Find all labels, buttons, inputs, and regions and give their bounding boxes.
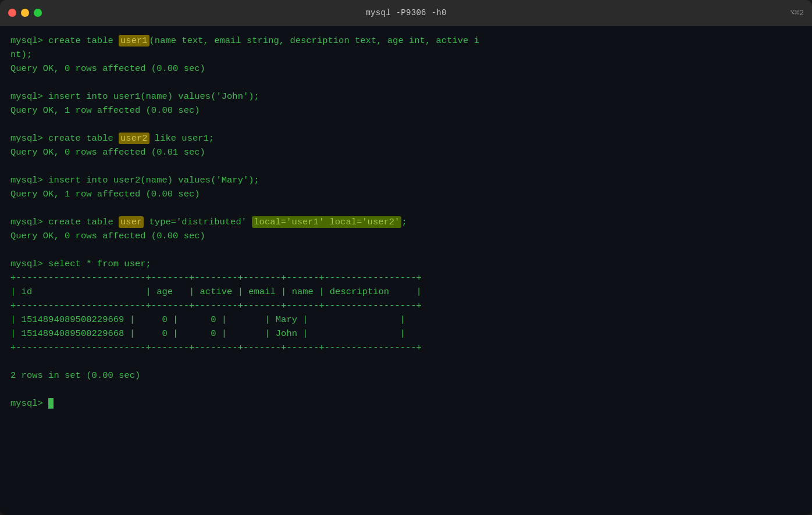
minimize-button[interactable] <box>21 9 29 17</box>
window-title: mysql -P9306 -h0 <box>365 8 446 17</box>
terminal-prompt-line: mysql> <box>10 396 802 410</box>
terminal-line: Query OK, 1 row affected (0.00 sec) <box>10 187 802 201</box>
terminal-line: mysql> create table user2 like user1; <box>10 131 802 145</box>
spacer <box>10 355 802 369</box>
table-row-john: | 151489408950022966​8 | 0 | 0 | | John … <box>10 327 802 341</box>
spacer <box>10 159 802 173</box>
terminal-line: mysql> insert into user2(name) values('M… <box>10 173 802 187</box>
spacer <box>10 76 802 90</box>
table-row-mary: | 151489408950022966​9 | 0 | 0 | | Mary … <box>10 313 802 327</box>
close-button[interactable] <box>8 9 16 17</box>
traffic-lights <box>8 9 42 17</box>
window-shortcut: ⌥⌘2 <box>790 8 804 17</box>
maximize-button[interactable] <box>34 9 42 17</box>
terminal-line: Query OK, 1 row affected (0.00 sec) <box>10 103 802 117</box>
terminal-line-rowcount: 2 rows in set (0.00 sec) <box>10 369 802 382</box>
spacer <box>10 382 802 396</box>
terminal-line: Query OK, 0 rows affected (0.01 sec) <box>10 145 802 159</box>
table-header: | id | age | active | email | name | des… <box>10 285 802 299</box>
spacer <box>10 117 802 131</box>
terminal-line: Query OK, 0 rows affected (0.00 sec) <box>10 229 802 243</box>
terminal-line: nt); <box>10 48 802 62</box>
table-separator-mid: +------------------------+-------+------… <box>10 299 802 313</box>
highlight-local-params: local='user1' local='user2' <box>252 216 401 228</box>
spacer <box>10 243 802 257</box>
terminal-line: mysql> insert into user1(name) values('J… <box>10 90 802 103</box>
terminal[interactable]: mysql> create table user1(name text, ema… <box>0 26 812 515</box>
terminal-line: mysql> create table user type='distribut… <box>10 215 802 229</box>
highlight-user: user <box>119 216 144 228</box>
terminal-cursor <box>48 398 54 409</box>
table-separator-top: +------------------------+-------+------… <box>10 271 802 285</box>
titlebar: mysql -P9306 -h0 ⌥⌘2 <box>0 0 812 26</box>
terminal-line: Query OK, 0 rows affected (0.00 sec) <box>10 62 802 76</box>
terminal-line: mysql> create table user1(name text, ema… <box>10 34 802 48</box>
highlight-user1: user1 <box>119 35 149 47</box>
spacer <box>10 201 802 215</box>
terminal-line: mysql> select * from user; <box>10 257 802 271</box>
highlight-user2: user2 <box>119 133 149 144</box>
table-separator-bot: +------------------------+-------+------… <box>10 341 802 355</box>
